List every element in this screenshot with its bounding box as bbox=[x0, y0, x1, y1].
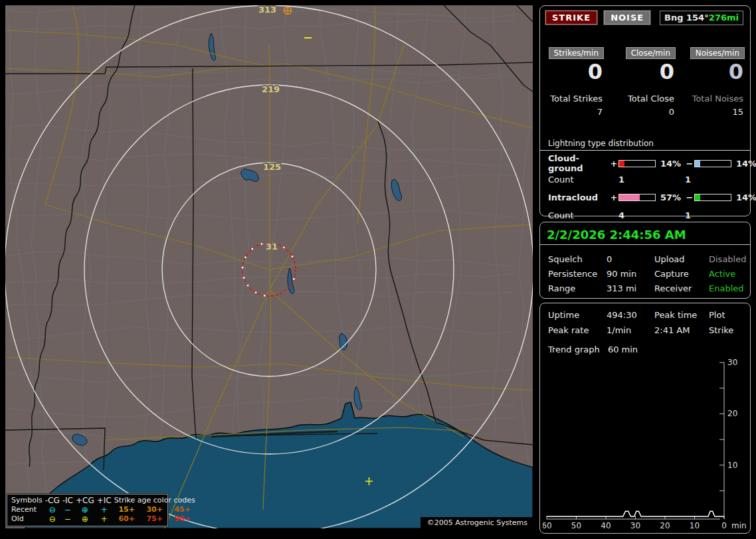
legend-recent-label: Recent bbox=[10, 505, 44, 514]
ic-positive-count: 4 bbox=[618, 210, 685, 220]
total-strikes-label: Total Strikes bbox=[545, 92, 604, 106]
cg-negative-pct: 14% bbox=[733, 159, 756, 169]
intracloud-row: Intracloud + 57% − 14% bbox=[548, 189, 745, 205]
old-pos-cg-icon: ⊕ bbox=[74, 514, 96, 524]
svg-text:40: 40 bbox=[601, 521, 611, 530]
plus-sign: + bbox=[609, 193, 618, 202]
bearing-distance: 276mi bbox=[709, 11, 739, 25]
legend-row-old: Old ⊖ − ⊕ + 60+ 75+ 90+ bbox=[10, 514, 197, 524]
ic-negative-count: 1 bbox=[685, 210, 756, 220]
strike-stats-panel: STRIKE NOISE Bng 154° 276mi Strikes/min … bbox=[539, 5, 751, 216]
persistence-label: Persistence bbox=[548, 269, 607, 279]
total-noises-value: 15 bbox=[676, 106, 745, 119]
noise-mode-button[interactable]: NOISE bbox=[604, 11, 650, 25]
close-per-min-value: 0 bbox=[604, 60, 676, 83]
squelch-label: Squelch bbox=[548, 254, 607, 264]
age-90: 90+ bbox=[169, 514, 197, 524]
cg-positive-count: 1 bbox=[618, 175, 685, 185]
legend-row-recent: Recent ⊖ − ⊕ + 15+ 30+ 45+ bbox=[10, 505, 197, 514]
svg-text:125: 125 bbox=[263, 162, 281, 172]
age-15: 15+ bbox=[113, 505, 141, 514]
peak-rate-label: Peak rate bbox=[548, 325, 607, 335]
upload-status: Disabled bbox=[709, 254, 746, 264]
svg-text:313: 313 bbox=[258, 5, 276, 15]
ic-positive-pct: 57% bbox=[657, 193, 685, 202]
total-noises-label: Total Noises bbox=[676, 92, 745, 106]
plus-sign: + bbox=[609, 159, 618, 169]
trend-graph: 6050403020100min102030 bbox=[543, 354, 747, 532]
distribution-title: Lightning type distribution bbox=[540, 139, 750, 151]
svg-text:0: 0 bbox=[721, 521, 727, 530]
svg-text:20: 20 bbox=[727, 409, 737, 418]
receiver-label: Receiver bbox=[654, 283, 709, 293]
svg-text:30: 30 bbox=[727, 358, 737, 367]
receiver-status: Enabled bbox=[709, 283, 746, 293]
range-label: Range bbox=[548, 283, 607, 293]
svg-text:50: 50 bbox=[571, 521, 581, 530]
intracloud-label: Intracloud bbox=[548, 193, 609, 202]
minus-sign: − bbox=[685, 159, 694, 169]
lightning-map[interactable]: 313 219 125 31 Symbols -CG -IC bbox=[5, 5, 533, 528]
legend-col-pos-ic: +IC bbox=[96, 496, 113, 505]
noises-per-min-chip: Noises/min bbox=[690, 47, 745, 59]
strikes-per-min-value: 0 bbox=[545, 60, 604, 83]
age-60: 60+ bbox=[113, 514, 141, 524]
total-strikes-value: 7 bbox=[545, 106, 604, 119]
capture-status: Active bbox=[709, 269, 746, 279]
svg-text:219: 219 bbox=[262, 84, 280, 94]
recent-pos-cg-icon: ⊕ bbox=[74, 505, 96, 514]
positive-cg-strike-icon bbox=[284, 7, 292, 15]
cloud-ground-label: Cloud-ground bbox=[548, 153, 609, 173]
upload-label: Upload bbox=[654, 254, 709, 264]
status-panel: 2/2/2026 2:44:56 AM Squelch 0 Upload Dis… bbox=[539, 222, 751, 299]
trend-panel: Uptime 494:30 Peak time Plot Peak rate 1… bbox=[539, 303, 751, 534]
age-75: 75+ bbox=[141, 514, 169, 524]
svg-text:60: 60 bbox=[543, 521, 552, 530]
svg-text:20: 20 bbox=[660, 521, 670, 530]
range-value: 313 mi bbox=[607, 283, 654, 293]
old-neg-ic-icon: − bbox=[61, 514, 74, 524]
recent-neg-ic-icon: − bbox=[61, 505, 74, 514]
ic-positive-bar bbox=[618, 194, 656, 201]
strikes-per-min-chip: Strikes/min bbox=[549, 47, 604, 59]
old-pos-ic-icon: + bbox=[96, 514, 113, 524]
old-neg-cg-icon: ⊖ bbox=[44, 514, 61, 524]
peak-rate-value: 1/min bbox=[607, 325, 654, 335]
cg-positive-bar bbox=[618, 160, 656, 167]
legend-col-neg-cg: -CG bbox=[44, 496, 61, 505]
age-45: 45+ bbox=[169, 505, 197, 514]
trend-graph-label: Trend graph bbox=[548, 345, 600, 354]
minus-sign: − bbox=[685, 193, 694, 202]
recent-pos-ic-icon: + bbox=[96, 505, 113, 514]
cloud-ground-row: Cloud-ground + 14% − 14% bbox=[548, 153, 745, 169]
age-30: 30+ bbox=[141, 505, 169, 514]
ic-count-label: Count bbox=[548, 210, 609, 220]
svg-text:30: 30 bbox=[630, 521, 640, 530]
svg-text:31: 31 bbox=[266, 242, 278, 252]
uptime-label: Uptime bbox=[548, 310, 607, 320]
plot-mode-value: Strike bbox=[709, 325, 743, 335]
bearing-readout: Bng 154° 276mi bbox=[660, 11, 743, 25]
legend-age-header: Strike age color codes bbox=[113, 496, 197, 505]
legend-old-label: Old bbox=[10, 514, 44, 524]
strike-mode-button[interactable]: STRIKE bbox=[545, 11, 597, 25]
bearing-label: Bng 154° bbox=[664, 13, 709, 23]
copyright-text: ©2005 Astrogenic Systems bbox=[421, 517, 533, 528]
map-legend: Symbols -CG -IC +CG +IC Strike age color… bbox=[7, 494, 168, 526]
close-per-min-chip: Close/min bbox=[626, 47, 676, 59]
squelch-value: 0 bbox=[607, 254, 654, 264]
recent-neg-cg-icon: ⊖ bbox=[44, 505, 61, 514]
capture-label: Capture bbox=[654, 269, 709, 279]
ic-negative-pct: 14% bbox=[733, 193, 756, 202]
cg-negative-count: 1 bbox=[685, 175, 756, 185]
trend-graph-window: 60 min bbox=[608, 345, 638, 354]
cg-negative-bar bbox=[694, 160, 731, 167]
peak-time-label: Peak time bbox=[654, 310, 709, 320]
ic-negative-bar bbox=[694, 194, 731, 201]
current-datetime: 2/2/2026 2:44:56 AM bbox=[540, 228, 750, 245]
uptime-value: 494:30 bbox=[607, 310, 654, 320]
plot-label: Plot bbox=[709, 310, 743, 320]
legend-col-neg-ic: -IC bbox=[61, 496, 74, 505]
noises-per-min-value: 0 bbox=[676, 60, 745, 83]
svg-text:10: 10 bbox=[727, 461, 737, 470]
